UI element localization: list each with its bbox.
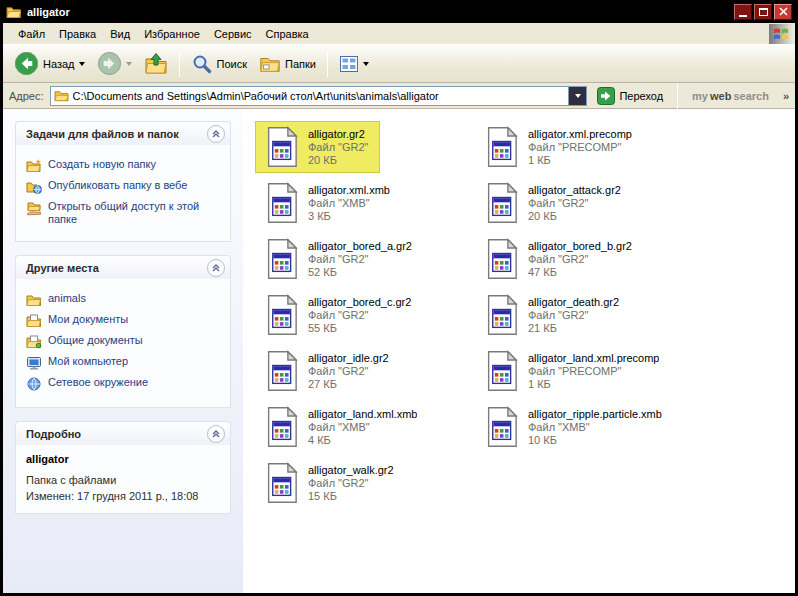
window-folder-icon[interactable] <box>6 4 22 20</box>
details-folder-name: alligator <box>26 453 222 465</box>
file-name: alligator_land.xml.xmb <box>308 408 417 421</box>
folders-icon <box>259 53 281 75</box>
file-type: Файл "GR2" <box>308 309 411 322</box>
file-type: Файл "XMB" <box>308 197 390 210</box>
toolbar-overflow-chevron[interactable]: » <box>783 90 789 102</box>
views-button[interactable] <box>334 51 374 77</box>
file-type: Файл "GR2" <box>528 309 619 322</box>
file-icon <box>479 181 523 225</box>
file-tile[interactable]: alligator_land.xml.precomp Файл "PRECOMP… <box>475 345 670 397</box>
menu-item-edit[interactable]: Правка <box>52 25 103 43</box>
file-name: alligator_bored_c.gr2 <box>308 296 411 309</box>
file-tile[interactable]: alligator_idle.gr2 Файл "GR2" 27 КБ <box>255 345 400 397</box>
file-name: alligator_ripple.particle.xmb <box>528 408 662 421</box>
pane-collapse-button[interactable] <box>207 425 225 443</box>
file-name: alligator_land.xml.precomp <box>528 352 659 365</box>
chevron-up-icon <box>211 129 221 139</box>
file-type: Файл "GR2" <box>308 477 394 490</box>
shared-documents-icon <box>26 334 42 350</box>
place-label: animals <box>48 292 86 305</box>
up-button[interactable] <box>139 49 173 79</box>
folders-button[interactable]: Папки <box>254 50 321 78</box>
pane-collapse-button[interactable] <box>207 125 225 143</box>
task-label: Опубликовать папку в вебе <box>48 179 187 192</box>
file-tile[interactable]: alligator_attack.gr2 Файл "GR2" 20 КБ <box>475 177 632 229</box>
place-label: Мои документы <box>48 313 128 326</box>
place-my-computer[interactable]: Мой компьютер <box>26 355 222 371</box>
forward-icon <box>97 51 122 76</box>
chevron-up-icon <box>211 429 221 439</box>
address-folder-icon <box>54 89 69 102</box>
go-button[interactable]: Переход <box>593 85 667 107</box>
file-tile[interactable]: alligator.gr2 Файл "GR2" 20 КБ <box>255 121 380 173</box>
file-name: alligator.xml.precomp <box>528 128 632 141</box>
pane-file-tasks-header[interactable]: Задачи для файлов и папок <box>15 121 231 145</box>
file-type: Файл "PRECOMP" <box>528 365 659 378</box>
address-dropdown-button[interactable] <box>568 87 586 105</box>
file-size: 15 КБ <box>308 490 394 503</box>
search-button[interactable]: Поиск <box>186 50 252 78</box>
place-animals[interactable]: animals <box>26 292 222 308</box>
maximize-button[interactable] <box>754 4 772 20</box>
menu-item-favorites[interactable]: Избранное <box>137 25 207 43</box>
toolbar: Назад Поиск <box>3 45 795 83</box>
file-tile[interactable]: alligator_walk.gr2 Файл "GR2" 15 КБ <box>255 457 405 509</box>
file-size: 20 КБ <box>308 154 369 167</box>
close-button[interactable] <box>774 4 792 20</box>
file-tile[interactable]: alligator.xml.precomp Файл "PRECOMP" 1 К… <box>475 121 643 173</box>
search-label: Поиск <box>217 58 247 70</box>
file-tile[interactable]: alligator_ripple.particle.xmb Файл "XMB"… <box>475 401 673 453</box>
my-documents-icon <box>26 313 42 329</box>
menu-item-file[interactable]: Файл <box>11 25 52 43</box>
pane-details-header[interactable]: Подробно <box>15 421 231 445</box>
back-button[interactable]: Назад <box>9 48 90 79</box>
file-name: alligator_attack.gr2 <box>528 184 621 197</box>
publish-web-icon <box>26 179 42 195</box>
forward-button[interactable] <box>92 48 137 79</box>
file-size: 47 КБ <box>528 266 632 279</box>
file-size: 20 КБ <box>528 210 621 223</box>
chevron-up-icon <box>211 263 221 273</box>
task-label: Открыть общий доступ к этой папке <box>48 200 222 226</box>
task-publish-folder-to-web[interactable]: Опубликовать папку в вебе <box>26 179 222 195</box>
file-name: alligator.xml.xmb <box>308 184 390 197</box>
file-tile[interactable]: alligator_bored_c.gr2 Файл "GR2" 55 КБ <box>255 289 422 341</box>
file-size: 55 КБ <box>308 322 411 335</box>
file-size: 21 КБ <box>528 322 619 335</box>
file-icon <box>259 405 303 449</box>
file-tile[interactable]: alligator_land.xml.xmb Файл "XMB" 4 КБ <box>255 401 428 453</box>
menu-item-view[interactable]: Вид <box>103 25 137 43</box>
file-size: 1 КБ <box>528 154 632 167</box>
go-label: Переход <box>619 90 663 102</box>
pane-other-places-header[interactable]: Другие места <box>15 255 231 279</box>
back-history-caret-icon[interactable] <box>79 62 85 66</box>
place-my-documents[interactable]: Мои документы <box>26 313 222 329</box>
task-create-new-folder[interactable]: Создать новую папку <box>26 158 222 174</box>
mywebsearch-button[interactable]: mywebsearch <box>688 90 773 102</box>
menu-bar: Файл Правка Вид Избранное Сервис Справка <box>3 23 795 45</box>
file-tile[interactable]: alligator_bored_a.gr2 Файл "GR2" 52 КБ <box>255 233 423 285</box>
menu-item-help[interactable]: Справка <box>259 25 316 43</box>
mywebsearch-web: web <box>710 90 731 102</box>
file-icon <box>259 461 303 505</box>
file-name: alligator_bored_a.gr2 <box>308 240 412 253</box>
up-icon <box>144 52 168 76</box>
file-tile[interactable]: alligator_death.gr2 Файл "GR2" 21 КБ <box>475 289 630 341</box>
task-share-this-folder[interactable]: Открыть общий доступ к этой папке <box>26 200 222 226</box>
file-type: Файл "XMB" <box>308 421 417 434</box>
place-network[interactable]: Сетевое окружение <box>26 376 222 392</box>
file-list-area: alligator.gr2 Файл "GR2" 20 КБ alligator… <box>243 109 795 593</box>
pane-collapse-button[interactable] <box>207 259 225 277</box>
minimize-button[interactable] <box>734 4 752 20</box>
minimize-icon <box>739 15 747 17</box>
file-icon <box>479 405 523 449</box>
views-icon <box>339 54 359 74</box>
file-size: 1 КБ <box>528 378 659 391</box>
file-type: Файл "GR2" <box>308 365 389 378</box>
menu-item-tools[interactable]: Сервис <box>207 25 259 43</box>
details-modified: Изменен: 17 грудня 2011 р., 18:08 <box>26 489 222 503</box>
file-tile[interactable]: alligator_bored_b.gr2 Файл "GR2" 47 КБ <box>475 233 643 285</box>
file-tile[interactable]: alligator.xml.xmb Файл "XMB" 3 КБ <box>255 177 401 229</box>
address-input[interactable]: C:\Documents and Settings\Admin\Рабочий … <box>50 86 588 106</box>
place-shared-documents[interactable]: Общие документы <box>26 334 222 350</box>
